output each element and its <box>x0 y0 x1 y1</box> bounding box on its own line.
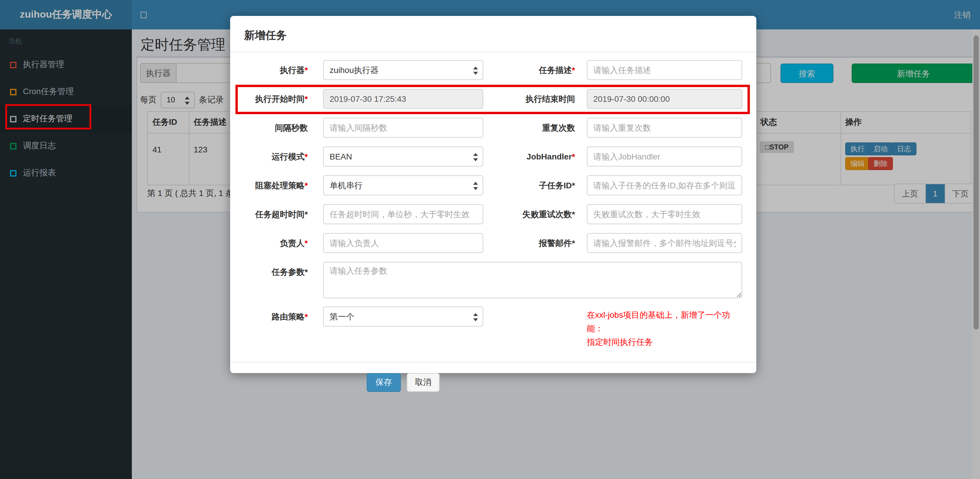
owner-label: 负责人* <box>235 233 308 253</box>
run-mode-select[interactable]: BEAN <box>323 146 483 167</box>
form-row: 阻塞处理策略* 单机串行 子任务ID* <box>235 175 742 195</box>
child-job-id-label: 子任务ID* <box>483 175 575 195</box>
label-text: JobHandler <box>527 152 572 161</box>
form-row: 负责人* 报警邮件* <box>235 233 742 253</box>
feature-note-line2: 指定时间执行任务 <box>587 336 742 349</box>
job-desc-input[interactable] <box>587 60 742 80</box>
route-strategy-label: 路由策略* <box>235 307 308 326</box>
required-marker: * <box>305 65 308 75</box>
label-text: 报警邮件* <box>539 238 575 248</box>
add-task-modal: 新增任务 执行器* zuihou执行器 任务描述* 执行开始时间* 执行结束时间… <box>230 16 756 373</box>
label-text: 运行模式 <box>272 152 305 161</box>
job-param-label: 任务参数* <box>235 262 308 282</box>
form-row: 执行器* zuihou执行器 任务描述* <box>235 60 742 80</box>
required-marker: * <box>305 181 308 190</box>
form-row: 间隔秒数 重复次数 <box>235 118 742 138</box>
run-mode-select-value: BEAN <box>329 152 352 161</box>
annotation-rect-sidebar-scheduled-task <box>5 104 91 129</box>
job-desc-label: 任务描述* <box>483 60 575 80</box>
executor-select[interactable]: zuihou执行器 <box>323 60 483 80</box>
select-arrows-icon <box>473 312 478 323</box>
feature-note-line1: 在xxl-jobs项目的基础上，新增了一个功能： <box>587 308 742 336</box>
job-param-textarea[interactable] <box>323 262 742 298</box>
label-text: 任务描述 <box>539 65 572 75</box>
required-marker: * <box>305 238 308 248</box>
owner-input[interactable] <box>323 233 483 253</box>
cancel-button[interactable]: 取消 <box>407 373 440 392</box>
repeat-count-input[interactable] <box>587 118 742 138</box>
required-marker: * <box>305 152 308 161</box>
label-text: 执行器 <box>280 65 305 75</box>
label-text: 负责人 <box>280 238 305 248</box>
block-strategy-select-value: 单机串行 <box>329 181 363 190</box>
timeout-label: 任务超时时间* <box>235 204 308 224</box>
required-marker: * <box>572 65 575 75</box>
select-arrows-icon <box>473 181 478 191</box>
form-row: 任务超时时间* 失败重试次数* <box>235 204 742 224</box>
modal-header: 新增任务 <box>230 16 756 53</box>
save-button[interactable]: 保存 <box>367 373 401 392</box>
interval-label: 间隔秒数 <box>235 118 308 138</box>
executor-label: 执行器* <box>235 60 308 80</box>
repeat-count-label: 重复次数 <box>483 118 575 138</box>
fail-retry-input[interactable] <box>587 204 742 224</box>
select-arrows-icon <box>473 65 478 76</box>
label-text: 阻塞处理策略 <box>255 181 305 190</box>
alarm-email-label: 报警邮件* <box>483 233 575 253</box>
label-text: 间隔秒数 <box>275 123 308 132</box>
executor-select-value: zuihou执行器 <box>329 65 379 75</box>
interval-input[interactable] <box>323 118 483 138</box>
fail-retry-label: 失败重试次数* <box>483 204 575 224</box>
alarm-email-input[interactable] <box>587 233 742 253</box>
label-text: 子任务ID* <box>539 181 575 190</box>
form-row: 任务参数* <box>235 262 742 298</box>
block-strategy-select[interactable]: 单机串行 <box>323 175 483 195</box>
run-mode-label: 运行模式* <box>235 146 308 167</box>
route-strategy-select[interactable]: 第一个 <box>323 307 483 326</box>
block-strategy-label: 阻塞处理策略* <box>235 175 308 195</box>
timeout-input[interactable] <box>323 204 483 224</box>
form-row: 运行模式* BEAN JobHandler* <box>235 146 742 167</box>
feature-note-text: 在xxl-jobs项目的基础上，新增了一个功能： 指定时间执行任务 <box>587 307 742 349</box>
label-text: 路由策略 <box>272 312 305 321</box>
modal-title: 新增任务 <box>244 29 286 41</box>
required-marker: * <box>305 312 308 321</box>
label-text: 失败重试次数* <box>522 210 575 219</box>
form-row: 路由策略* 第一个 在xxl-jobs项目的基础上，新增了一个功能： 指定时间执… <box>235 307 742 349</box>
job-handler-input[interactable] <box>587 146 742 167</box>
child-job-id-input[interactable] <box>587 175 742 195</box>
app-viewport: zuihou任务调度中心 注销 导航 执行器管理 Cron任务管理 定时任务管理… <box>0 0 980 479</box>
label-text: 重复次数 <box>542 123 575 132</box>
required-marker: * <box>572 152 575 161</box>
select-arrows-icon <box>473 152 478 162</box>
job-handler-label: JobHandler* <box>483 146 575 167</box>
route-strategy-select-value: 第一个 <box>329 312 354 321</box>
modal-footer: 保存 取消 <box>230 362 756 392</box>
annotation-rect-time-fields <box>235 85 750 114</box>
label-text: 任务参数* <box>272 267 308 277</box>
label-text: 任务超时时间* <box>255 210 308 219</box>
